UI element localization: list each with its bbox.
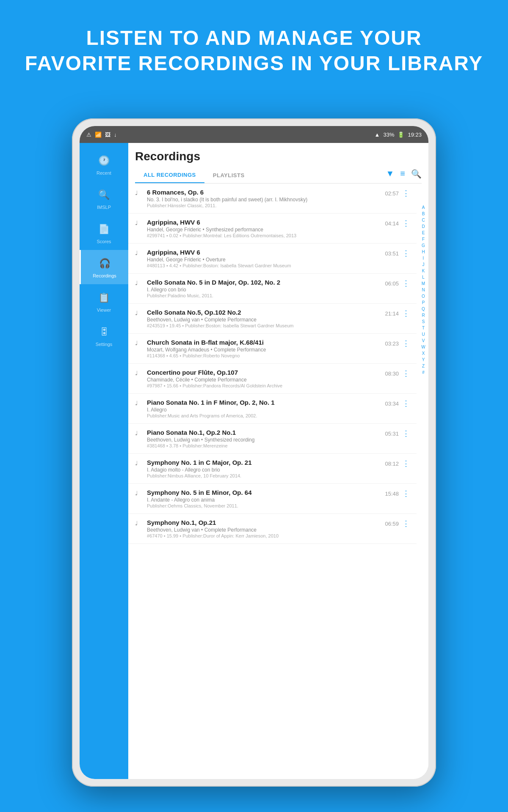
- alpha-letter-p[interactable]: P: [422, 300, 425, 306]
- sidebar-item-recordings[interactable]: 🎧 Recordings: [80, 250, 128, 284]
- tab-playlists[interactable]: PLAYLISTS: [204, 168, 253, 183]
- alpha-letter-v[interactable]: V: [422, 338, 425, 344]
- more-button[interactable]: ⋮: [402, 279, 410, 288]
- recording-subtitle: Beethoven, Ludwig van • Complete Perform…: [147, 527, 381, 533]
- search-button[interactable]: 🔍: [411, 169, 422, 179]
- recordings-label: Recordings: [93, 273, 116, 278]
- more-button[interactable]: ⋮: [402, 459, 410, 468]
- alpha-letter-#[interactable]: #: [422, 370, 425, 376]
- main-content: Recordings ALL RECORDINGS PLAYLISTS ▼ ≡ …: [128, 143, 428, 779]
- alpha-letter-j[interactable]: J: [422, 262, 425, 268]
- alpha-letter-f[interactable]: F: [422, 236, 425, 242]
- recording-title: Symphony No.1, Op.21: [147, 519, 381, 526]
- sidebar-item-settings[interactable]: 🎛 Settings: [80, 318, 128, 353]
- sort-button[interactable]: ≡: [400, 169, 405, 178]
- recording-info: Agrippina, HWV 6 Handel, George Frideric…: [147, 249, 381, 268]
- viewer-label: Viewer: [97, 307, 111, 313]
- recording-duration: 05:31: [385, 431, 399, 437]
- more-button[interactable]: ⋮: [402, 219, 410, 228]
- alpha-letter-e[interactable]: E: [422, 230, 425, 236]
- more-button[interactable]: ⋮: [402, 189, 410, 198]
- recording-item[interactable]: ♩ Piano Sonata No.1, Op.2 No.1 Beethoven…: [128, 424, 417, 454]
- alpha-letter-w[interactable]: W: [421, 344, 425, 350]
- alpha-letter-h[interactable]: H: [422, 249, 425, 255]
- alphabet-index[interactable]: ABCDEFGHIJKLMNOPQRSTUVWXYZ#: [418, 205, 428, 376]
- alpha-letter-o[interactable]: O: [422, 294, 425, 299]
- filter-button[interactable]: ▼: [386, 169, 395, 178]
- alpha-letter-z[interactable]: Z: [422, 363, 425, 369]
- music-note-icon: ♩: [135, 189, 143, 197]
- alpha-letter-a[interactable]: A: [422, 205, 425, 211]
- recording-info: Cello Sonata No. 5 in D Major, Op. 102, …: [147, 279, 381, 298]
- alpha-letter-q[interactable]: Q: [422, 306, 425, 312]
- recording-item[interactable]: ♩ Cello Sonata No.5, Op.102 No.2 Beethov…: [128, 304, 417, 334]
- recording-item[interactable]: ♩ Cello Sonata No. 5 in D Major, Op. 102…: [128, 274, 417, 304]
- recording-duration: 03:34: [385, 401, 399, 407]
- clock: 19:23: [408, 132, 422, 138]
- recent-icon: 🕐: [97, 153, 112, 168]
- recent-label: Recent: [97, 170, 111, 176]
- sidebar-item-recent[interactable]: 🕐 Recent: [80, 147, 128, 181]
- top-banner: LISTEN TO AND MANAGE YOUR FAVORITE RECOR…: [0, 0, 508, 93]
- alpha-letter-d[interactable]: D: [422, 224, 425, 230]
- recording-right: 06:59 ⋮: [385, 519, 410, 528]
- more-button[interactable]: ⋮: [402, 249, 410, 258]
- recording-title: Symphony No. 1 in C Major, Op. 21: [147, 459, 381, 466]
- imslp-label: IMSLP: [97, 205, 111, 210]
- alpha-letter-b[interactable]: B: [422, 211, 425, 217]
- alpha-letter-t[interactable]: T: [422, 325, 425, 331]
- recording-info: Church Sonata in B-flat major, K.68/41i …: [147, 339, 381, 358]
- recording-duration: 21:14: [385, 310, 399, 317]
- alpha-letter-m[interactable]: M: [422, 281, 425, 287]
- recording-meta: #114368 • 4.65 • Publisher:Roberto Noveg…: [147, 353, 381, 358]
- recording-subtitle: Beethoven, Ludwig van • Complete Perform…: [147, 317, 381, 323]
- more-button[interactable]: ⋮: [402, 339, 410, 348]
- alpha-letter-c[interactable]: C: [422, 217, 425, 223]
- alpha-letter-x[interactable]: X: [422, 351, 425, 357]
- recording-info: Piano Sonata No. 1 in F Minor, Op. 2, No…: [147, 399, 381, 418]
- settings-label: Settings: [96, 342, 113, 347]
- more-button[interactable]: ⋮: [402, 489, 410, 498]
- music-note-icon: ♩: [135, 490, 143, 497]
- more-button[interactable]: ⋮: [402, 399, 410, 408]
- recording-subtitle: Beethoven, Ludwig van • Synthesized reco…: [147, 437, 381, 443]
- battery-level: 33%: [383, 132, 394, 138]
- recording-info: 6 Romances, Op. 6 No. 3. I bol'no, i sla…: [147, 189, 381, 208]
- recording-meta: Publisher:Nimbus Alliance, 10 February 2…: [147, 473, 381, 478]
- alpha-letter-u[interactable]: U: [422, 332, 425, 337]
- alpha-letter-r[interactable]: R: [422, 313, 425, 318]
- alpha-letter-n[interactable]: N: [422, 287, 425, 293]
- more-button[interactable]: ⋮: [402, 309, 410, 318]
- alpha-letter-i[interactable]: I: [423, 255, 424, 261]
- recording-item[interactable]: ♩ Agrippina, HWV 6 Handel, George Frider…: [128, 244, 417, 274]
- music-note-icon: ♩: [135, 520, 143, 527]
- recording-meta: #97987 • 15.66 • Publisher:Pandora Recor…: [147, 383, 381, 388]
- recording-info: Symphony No.1, Op.21 Beethoven, Ludwig v…: [147, 519, 381, 538]
- music-note-icon: ♩: [135, 460, 143, 467]
- recording-meta: #299741 • 0.02 • Publisher:Montréal: Les…: [147, 233, 381, 238]
- alpha-letter-y[interactable]: Y: [422, 357, 425, 363]
- alpha-letter-l[interactable]: L: [422, 274, 425, 280]
- tab-all-recordings[interactable]: ALL RECORDINGS: [135, 167, 204, 183]
- more-button[interactable]: ⋮: [402, 519, 410, 528]
- recording-item[interactable]: ♩ Agrippina, HWV 6 Handel, George Frider…: [128, 214, 417, 244]
- more-button[interactable]: ⋮: [402, 369, 410, 378]
- more-button[interactable]: ⋮: [402, 429, 410, 438]
- alpha-letter-s[interactable]: S: [422, 319, 425, 325]
- recording-meta: #480113 • 4.42 • Publisher:Boston: Isabe…: [147, 263, 381, 268]
- sidebar-item-imslp[interactable]: 🔍 IMSLP: [80, 181, 128, 216]
- recording-item[interactable]: ♩ Piano Sonata No. 1 in F Minor, Op. 2, …: [128, 394, 417, 424]
- recording-item[interactable]: ♩ Symphony No.1, Op.21 Beethoven, Ludwig…: [128, 514, 417, 544]
- alpha-letter-g[interactable]: G: [422, 243, 425, 249]
- recording-item[interactable]: ♩ Concertino pour Flûte, Op.107 Chaminad…: [128, 364, 417, 394]
- recording-item[interactable]: ♩ Symphony No. 1 in C Major, Op. 21 I. A…: [128, 454, 417, 484]
- recording-item[interactable]: ♩ Symphony No. 5 in E Minor, Op. 64 I. A…: [128, 484, 417, 514]
- recording-meta: Publisher:Music and Arts Programs of Ame…: [147, 413, 381, 418]
- recording-title: Piano Sonata No.1, Op.2 No.1: [147, 429, 381, 436]
- recording-item[interactable]: ♩ Church Sonata in B-flat major, K.68/41…: [128, 334, 417, 364]
- recording-item[interactable]: ♩ 6 Romances, Op. 6 No. 3. I bol'no, i s…: [128, 184, 417, 214]
- alpha-letter-k[interactable]: K: [422, 268, 425, 274]
- sidebar-item-scores[interactable]: 📄 Scores: [80, 216, 128, 250]
- sidebar-item-viewer[interactable]: 📋 Viewer: [80, 284, 128, 318]
- device-wrapper: ⚠ 📶 🖼 ↓ ▲ 33% 🔋 19:23 🕐: [72, 118, 436, 787]
